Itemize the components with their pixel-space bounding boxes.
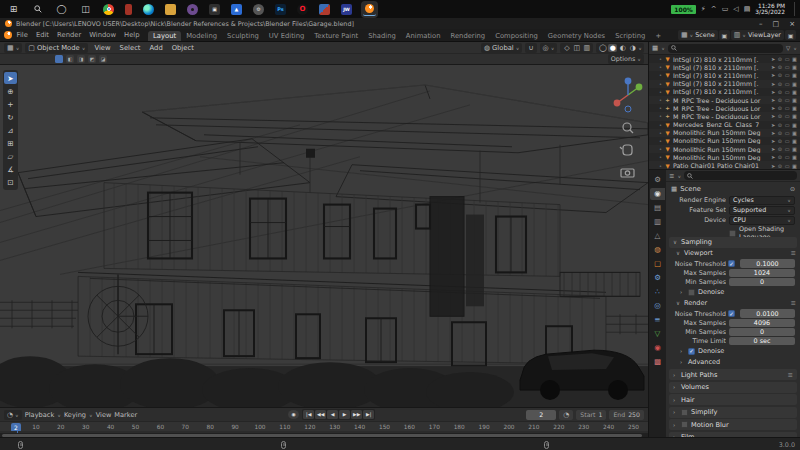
maximize-button[interactable]: □ [773,20,780,28]
selectable-toggle-icon[interactable]: ➤ [771,56,775,62]
blender-taskbar-icon[interactable] [363,3,376,16]
material-shading-icon[interactable]: ◐ [618,44,627,52]
use-preview-range-button[interactable]: ◔ [559,410,573,420]
jump-to-start-button[interactable]: |◀ [303,410,314,419]
viewport-min-samples-field[interactable]: 0 [729,278,795,287]
render-disable-icon[interactable]: ▣ [792,56,797,62]
tab-compositing[interactable]: Compositing [490,31,543,41]
gizmos-toggle-icon[interactable]: ◇ [562,44,571,52]
hide-toggle-icon[interactable]: ⊙ [778,72,782,78]
render-denoise-checkbox[interactable]: ✓ [688,348,695,355]
motion-blur-section-header[interactable]: ›Motion Blur [669,419,797,430]
simplify-checkbox[interactable] [681,409,688,416]
menu-file[interactable]: File [13,31,31,39]
properties-editor-type-icon[interactable]: ≡ [669,172,674,180]
red-app-icon[interactable] [125,4,132,15]
add-workspace-button[interactable]: + [650,31,666,41]
annotate-tool-icon[interactable]: ▱ [4,150,17,162]
hide-toggle-icon[interactable]: ⊙ [778,105,782,111]
search-icon[interactable] [31,3,44,16]
outliner-item[interactable]: •▼Patio Chair01 Patio Chair01➤⊙▭▣ [649,161,800,169]
filter-funnel-icon[interactable]: ▽ [786,45,790,51]
timeline-editor-type-button[interactable]: ◔∨ [4,410,22,420]
menu-window[interactable]: Window [86,31,120,39]
menu-keying[interactable]: Keying [64,411,86,419]
menu-edit[interactable]: Edit [32,31,52,39]
rendered-shading-icon[interactable]: ◑ [628,44,637,52]
record-button[interactable]: ◉ [288,410,299,419]
motion-blur-checkbox[interactable] [681,421,688,428]
pin-icon[interactable]: ⊙ [790,185,795,192]
selectable-toggle-icon[interactable]: ➤ [771,97,775,103]
modifier-properties-tab-icon[interactable]: ⚙ [650,272,665,284]
tab-modeling[interactable]: Modeling [181,31,222,41]
solid-shading-icon[interactable]: ● [608,44,617,52]
render-disable-icon[interactable]: ▣ [792,146,797,152]
media-disc-icon[interactable] [187,4,198,15]
outliner-item[interactable]: •▼Mercedes_Benz GL_Class_7➤⊙▭▣ [649,121,800,129]
start-button-icon[interactable]: ⊞ [7,3,20,16]
outliner-item[interactable]: •▼Monolithic Run 150mm Deg➤⊙▭▣ [649,137,800,145]
camera-view-icon[interactable] [621,169,634,177]
properties-search-input[interactable] [684,171,797,180]
selectable-toggle-icon[interactable]: ➤ [771,138,775,144]
keyboard-icon[interactable]: ▤ [744,5,751,13]
prev-keyframe-button[interactable]: ◀◀ [315,410,326,419]
hide-toggle-icon[interactable]: ⊙ [778,64,782,70]
viewport-disable-icon[interactable]: ▭ [785,130,790,136]
outliner-item[interactable]: •+M_RPC Tree - Deciduous Lor➤⊙▭▣ [649,96,800,104]
render-disable-icon[interactable]: ▣ [792,122,797,128]
azure-app-icon[interactable]: ▲ [231,4,242,15]
tab-shading[interactable]: Shading [363,31,401,41]
view-layer-selector[interactable]: ▥∨ ViewLayer [731,30,784,40]
viewport-denoise-header[interactable]: ›Denoise [666,287,800,298]
viewport-disable-icon[interactable]: ▭ [785,113,790,119]
tab-uv-editing[interactable]: UV Editing [264,31,309,41]
editor-type-button[interactable]: ▦∨ [4,43,22,53]
hide-toggle-icon[interactable]: ⊙ [778,56,782,62]
feature-set-dropdown[interactable]: Supported∨ [729,206,795,215]
tab-sculpting[interactable]: Sculpting [222,31,264,41]
scene-selector[interactable]: ▦∨ Scene [678,30,718,40]
volumes-section-header[interactable]: ›Volumes [669,382,797,393]
outliner-item[interactable]: •+M_RPC Tree - Deciduous Lor➤⊙▭▣ [649,104,800,112]
viewport-subsection-header[interactable]: ∨Viewport≡ [666,248,800,259]
hide-toggle-icon[interactable]: ⊙ [778,97,782,103]
hide-toggle-icon[interactable]: ⊙ [778,113,782,119]
material-properties-tab-icon[interactable]: ◉ [650,342,665,354]
proportional-editing-button[interactable]: ◎∨ [540,43,558,53]
select-mode-subtract-icon[interactable]: ◨ [77,55,85,63]
outliner-item[interactable]: •▼IntSgl (7) 810 x 2110mm [.➤⊙▭▣ [649,63,800,71]
physics-properties-tab-icon[interactable]: ◎ [650,300,665,312]
render-disable-icon[interactable]: ▣ [792,97,797,103]
snap-magnet-button[interactable]: ∪ [525,43,536,53]
tab-geometry-nodes[interactable]: Geometry Nodes [543,31,610,41]
selectable-toggle-icon[interactable]: ➤ [771,130,775,136]
outliner-item[interactable]: •+M_RPC Tree - Deciduous Lor➤⊙▭▣ [649,112,800,120]
menu-tl-view[interactable]: View [96,411,112,419]
outliner-item[interactable]: •▼IntSgl (7) 810 x 2110mm [.➤⊙▭▣ [649,88,800,96]
menu-marker[interactable]: Marker [114,411,137,419]
render-subsection-header[interactable]: ∨Render≡ [666,298,800,309]
viewport-noise-field[interactable]: 0.1000 [740,259,795,268]
viewport-disable-icon[interactable]: ▭ [785,72,790,78]
tab-rendering[interactable]: Rendering [445,31,490,41]
settings-gear-icon[interactable]: ⚙ [253,4,264,15]
render-disable-icon[interactable]: ▣ [792,72,797,78]
viewport-disable-icon[interactable]: ▭ [785,89,790,95]
close-button[interactable]: × [789,20,795,28]
viewport-canvas[interactable]: ➤ ⊕ + ↻ ⊿ ⊞ ▱ ∡ ⊡ [0,65,648,407]
render-disable-icon[interactable]: ▣ [792,81,797,87]
selectable-toggle-icon[interactable]: ➤ [771,72,775,78]
constraints-properties-tab-icon[interactable]: ≡ [650,314,665,326]
viewport-disable-icon[interactable]: ▭ [785,163,790,169]
outliner-item[interactable]: •▼IntSgl (2) 810 x 2110mm [.➤⊙▭▣ [649,55,800,63]
file-explorer-icon[interactable] [165,4,176,15]
hide-toggle-icon[interactable]: ⊙ [778,163,782,169]
render-noise-checkbox[interactable]: ✓ [728,310,735,317]
current-frame-field[interactable]: 2 [526,410,556,420]
output-properties-tab-icon[interactable]: ▤ [650,202,665,214]
mode-selector[interactable]: ▢Object Mode∨ [25,43,88,53]
render-disable-icon[interactable]: ▣ [792,64,797,70]
chrome-icon[interactable] [103,4,114,15]
